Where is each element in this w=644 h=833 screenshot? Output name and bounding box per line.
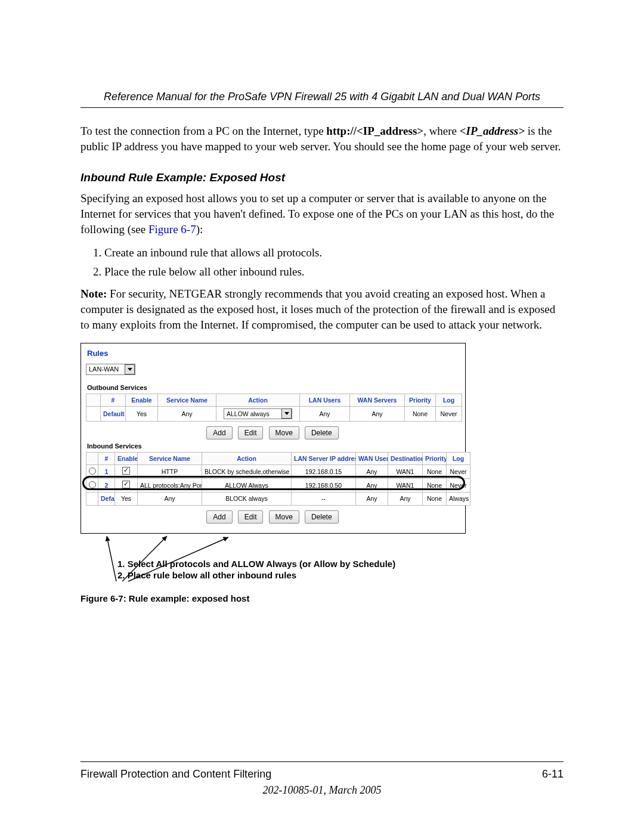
cell-priority: None — [405, 406, 436, 421]
running-header: Reference Manual for the ProSafe VPN Fir… — [80, 89, 564, 104]
table-row: Default Yes Any ALLOW always Any Any Non… — [86, 406, 462, 421]
inbound-button-row: Add Edit Move Delete — [86, 510, 459, 524]
cell-dest: WAN1 — [388, 479, 423, 493]
col-log: Log — [436, 394, 462, 406]
delete-button[interactable]: Delete — [305, 426, 339, 439]
figure-caption: Figure 6-7: Rule example: exposed host — [80, 593, 564, 605]
cell-service: ALL protocols:Any Port — [138, 479, 202, 493]
edit-button[interactable]: Edit — [238, 426, 264, 439]
cell-lanip: -- — [292, 493, 356, 505]
table-row: 1 ✓ HTTP BLOCK by schedule,otherwise all… — [86, 465, 470, 479]
note-paragraph: Note: For security, NETGEAR strongly rec… — [80, 286, 564, 332]
move-button[interactable]: Move — [269, 510, 299, 524]
cell-priority: None — [423, 465, 447, 479]
outbound-table: # Enable Service Name Action LAN Users W… — [86, 394, 462, 422]
add-button[interactable]: Add — [206, 510, 232, 524]
exposed-host-paragraph: Specifying an exposed host allows you to… — [80, 191, 564, 237]
col-lan: LAN Users — [300, 394, 350, 406]
col-num: # — [98, 452, 115, 465]
subheading: Inbound Rule Example: Exposed Host — [80, 170, 564, 185]
col-service: Service Name — [138, 452, 202, 465]
chevron-down-icon[interactable] — [281, 408, 292, 419]
note-label: Note: — [80, 287, 107, 300]
col-action: Action — [216, 394, 300, 406]
outbound-services-heading: Outbound Services — [87, 383, 459, 392]
col-lanip: LAN Server IP address — [292, 452, 356, 465]
action-select[interactable]: ALLOW always — [224, 408, 292, 419]
col-service: Service Name — [158, 394, 216, 406]
col-wan: WAN Servers — [350, 394, 405, 406]
row-radio[interactable] — [89, 481, 96, 488]
col-log: Log — [447, 452, 470, 465]
note-text: For security, NETGEAR strongly recommend… — [80, 287, 555, 330]
intro-pre: To test the connection from a PC on the … — [80, 125, 326, 137]
rules-panel-title: Rules — [87, 348, 459, 359]
default-link[interactable]: Default — [103, 410, 125, 417]
header-rule — [80, 107, 564, 108]
edit-button[interactable]: Edit — [238, 510, 264, 524]
para2-post: ): — [196, 223, 203, 236]
col-radio — [86, 394, 101, 406]
cell-lanip: 192.168.0.50 — [292, 479, 356, 493]
table-header-row: # Enable Service Name Action LAN Server … — [86, 452, 470, 465]
step-2: Place the rule below all other inbound r… — [104, 264, 564, 280]
cell-action: BLOCK by schedule,otherwise allow — [202, 465, 292, 479]
cell-enable: Yes — [126, 406, 158, 421]
intro-url: http://<IP_address> — [326, 125, 423, 137]
row-radio[interactable] — [89, 467, 96, 475]
chevron-down-icon[interactable] — [125, 364, 135, 374]
row-num-link[interactable]: 1 — [105, 468, 109, 475]
cell-wan: Any — [356, 493, 388, 505]
cell-service: Any — [158, 406, 216, 421]
intro-paragraph: To test the connection from a PC on the … — [80, 123, 564, 154]
figure-wrap: Rules LAN-WAN Outbound Services # Enable… — [80, 343, 564, 605]
col-priority: Priority — [405, 394, 436, 406]
svg-line-0 — [107, 536, 116, 581]
cell-service: HTTP — [138, 465, 202, 479]
intro-ipvar: <IP_address> — [460, 125, 525, 137]
inbound-table: # Enable Service Name Action LAN Server … — [86, 452, 470, 506]
row-num-link[interactable]: 2 — [105, 482, 109, 489]
add-button[interactable]: Add — [206, 426, 232, 439]
delete-button[interactable]: Delete — [305, 510, 339, 524]
figure-xref[interactable]: Figure 6-7 — [148, 223, 196, 236]
annotation-block: 1. Select All protocols and ALLOW Always… — [80, 559, 465, 581]
table-header-row: # Enable Service Name Action LAN Users W… — [86, 394, 462, 406]
table-row: Default Yes Any BLOCK always -- Any Any … — [86, 493, 470, 505]
enable-checkbox[interactable]: ✓ — [122, 481, 130, 488]
cell-dest: WAN1 — [388, 465, 423, 479]
col-priority: Priority — [423, 452, 447, 465]
col-enable: Enable — [126, 394, 158, 406]
inbound-services-heading: Inbound Services — [87, 442, 459, 451]
page-footer: Firewall Protection and Content Filterin… — [80, 761, 564, 797]
cell-priority: None — [423, 479, 447, 493]
cell-lanip: 192.168.0.15 — [292, 465, 356, 479]
footer-docid: 202-10085-01, March 2005 — [80, 783, 564, 797]
lanwan-select[interactable]: LAN-WAN — [86, 364, 135, 375]
cell-action: BLOCK always — [202, 493, 292, 505]
col-wan: WAN Users — [356, 452, 388, 465]
move-button[interactable]: Move — [269, 426, 299, 439]
default-link[interactable]: Default — [101, 495, 115, 502]
cell-wan: Any — [350, 406, 405, 421]
cell-log: Never — [436, 406, 462, 421]
cell-dest: Any — [388, 493, 423, 505]
page: Reference Manual for the ProSafe VPN Fir… — [0, 0, 644, 833]
table-row: 2 ✓ ALL protocols:Any Port ALLOW Always … — [86, 479, 470, 493]
footer-rule — [80, 761, 564, 762]
cell-log: Always — [447, 493, 470, 505]
action-select-value: ALLOW always — [227, 410, 280, 418]
cell-enable: Yes — [115, 493, 138, 505]
steps-list: Create an inbound rule that allows all p… — [85, 245, 564, 279]
enable-checkbox[interactable]: ✓ — [122, 467, 130, 475]
col-radio — [86, 452, 98, 465]
step-1: Create an inbound rule that allows all p… — [104, 245, 564, 261]
cell-wan: Any — [356, 479, 388, 493]
cell-priority: None — [423, 493, 447, 505]
cell-wan: Any — [356, 465, 388, 479]
footer-section: Firewall Protection and Content Filterin… — [80, 767, 271, 781]
cell-service: Any — [138, 493, 202, 505]
lanwan-select-value: LAN-WAN — [89, 365, 123, 374]
col-num: # — [101, 394, 126, 406]
annotation-line-2: 2. Place rule below all other inbound ru… — [117, 570, 465, 581]
